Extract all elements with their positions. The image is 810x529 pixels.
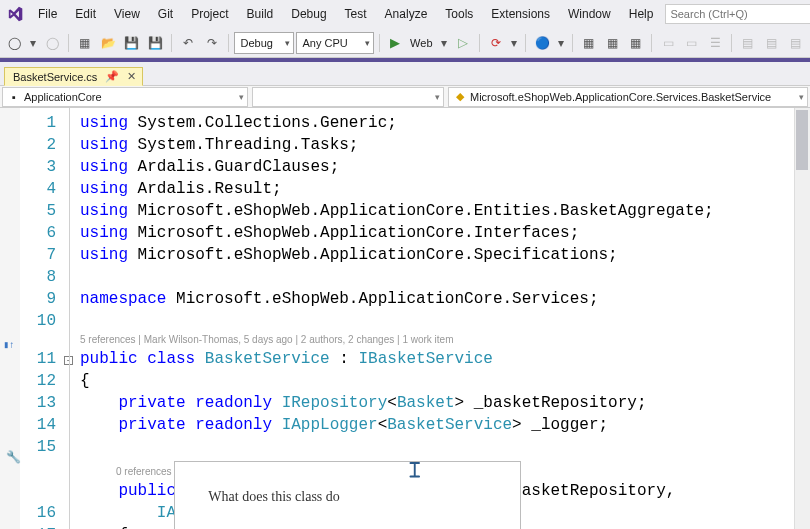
vs-logo-icon (6, 4, 24, 24)
hot-reload-drop-icon[interactable]: ▾ (508, 32, 520, 54)
tb-misc-3[interactable]: ▦ (625, 32, 647, 54)
code-editor[interactable]: ▮↑ 🔧 123 456 789 10 111213 1415 161718 -… (0, 108, 810, 529)
copilot-ask-input[interactable]: What does this class do 𝙸 (174, 461, 521, 529)
menu-window[interactable]: Window (560, 4, 619, 24)
undo-button[interactable]: ↶ (177, 32, 199, 54)
solution-config-dropdown[interactable]: Debug (234, 32, 294, 54)
menu-file[interactable]: File (30, 4, 65, 24)
tb-misc-6[interactable]: ☰ (705, 32, 727, 54)
menu-project[interactable]: Project (183, 4, 236, 24)
code-area[interactable]: using System.Collections.Generic; using … (78, 108, 810, 529)
menu-tools[interactable]: Tools (437, 4, 481, 24)
tb-misc-4[interactable]: ▭ (657, 32, 679, 54)
screwdriver-icon[interactable]: 🔧 (6, 447, 21, 469)
pin-icon[interactable]: 📌 (105, 70, 119, 83)
nav-project-dropdown[interactable]: ▪ ApplicationCore (2, 87, 248, 107)
tb-comment-button[interactable]: ▤ (737, 32, 759, 54)
open-file-button[interactable]: 📂 (98, 32, 120, 54)
start-debug-button[interactable]: ▶ (384, 32, 406, 54)
debug-target-drop-icon[interactable]: ▾ (439, 32, 451, 54)
vertical-scrollbar[interactable] (794, 108, 810, 529)
tb-misc-1[interactable]: ▦ (578, 32, 600, 54)
text-cursor-icon: 𝙸 (407, 459, 423, 481)
indicator-margin[interactable]: ▮↑ 🔧 (0, 108, 20, 529)
csharp-project-icon: ▪ (7, 91, 21, 103)
standard-toolbar: ◯ ▾ ◯ ▦ 📂 💾 💾 ↶ ↷ Debug Any CPU ▶ Web ▾ … (0, 28, 810, 58)
line-number-margin: 123 456 789 10 111213 1415 161718 (20, 108, 64, 529)
hot-reload-button[interactable]: ⟳ (485, 32, 507, 54)
menu-build[interactable]: Build (239, 4, 282, 24)
nav-fwd-button[interactable]: ◯ (41, 32, 63, 54)
outlining-margin[interactable]: - (64, 108, 78, 529)
document-tab-well: BasketService.cs 📌 ✕ (0, 62, 810, 86)
nav-member-text: Microsoft.eShopWeb.ApplicationCore.Servi… (470, 91, 771, 103)
menu-edit[interactable]: Edit (67, 4, 104, 24)
document-tab-active[interactable]: BasketService.cs 📌 ✕ (4, 67, 143, 86)
menu-help[interactable]: Help (621, 4, 662, 24)
menu-bar: File Edit View Git Project Build Debug T… (0, 0, 810, 28)
menu-analyze[interactable]: Analyze (377, 4, 436, 24)
start-without-debug-button[interactable]: ▷ (452, 32, 474, 54)
nav-back-button[interactable]: ◯ (4, 32, 26, 54)
menu-test[interactable]: Test (337, 4, 375, 24)
scrollbar-thumb[interactable] (796, 110, 808, 170)
new-project-button[interactable]: ▦ (74, 32, 96, 54)
menu-git[interactable]: Git (150, 4, 181, 24)
redo-button[interactable]: ↷ (201, 32, 223, 54)
class-icon: ◆ (453, 90, 467, 103)
tb-misc-2[interactable]: ▦ (601, 32, 623, 54)
debug-target-label[interactable]: Web (408, 37, 436, 49)
tb-misc-5[interactable]: ▭ (681, 32, 703, 54)
code-nav-bar: ▪ ApplicationCore ◆ Microsoft.eShopWeb.A… (0, 86, 810, 108)
nav-project-text: ApplicationCore (24, 91, 102, 103)
nav-member-dropdown[interactable]: ◆ Microsoft.eShopWeb.ApplicationCore.Ser… (448, 87, 808, 107)
codelens-class[interactable]: 5 references | Mark Wilson-Thomas, 5 day… (80, 332, 810, 348)
tb-bookmark-button[interactable]: ▤ (784, 32, 806, 54)
menu-view[interactable]: View (106, 4, 148, 24)
quick-launch-search[interactable] (665, 4, 810, 24)
tb-uncomment-button[interactable]: ▤ (761, 32, 783, 54)
track-changes-icon: ▮↑ (3, 335, 15, 357)
menu-extensions[interactable]: Extensions (483, 4, 558, 24)
save-button[interactable]: 💾 (121, 32, 143, 54)
tab-title: BasketService.cs (13, 71, 97, 83)
browser-link-button[interactable]: 🔵 (531, 32, 553, 54)
nav-back-drop-icon[interactable]: ▾ (28, 32, 40, 54)
save-all-button[interactable]: 💾 (145, 32, 167, 54)
copilot-prompt-text: What does this class do (208, 489, 339, 504)
menu-debug[interactable]: Debug (283, 4, 334, 24)
close-icon[interactable]: ✕ (127, 70, 136, 83)
solution-platform-dropdown[interactable]: Any CPU (296, 32, 374, 54)
browser-link-drop-icon[interactable]: ▾ (555, 32, 567, 54)
nav-scope-dropdown[interactable] (252, 87, 444, 107)
